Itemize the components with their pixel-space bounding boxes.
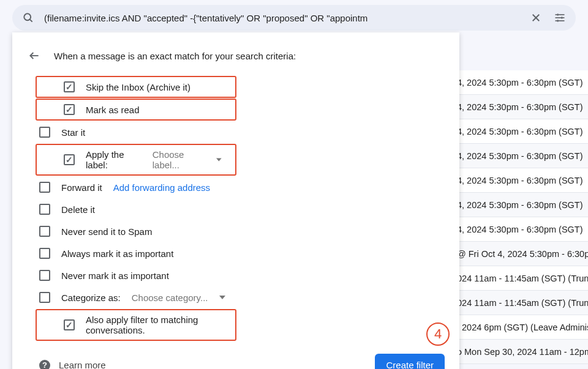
svg-line-1 <box>30 20 32 22</box>
checkbox-categorize[interactable] <box>39 292 50 303</box>
option-also-apply[interactable]: Also apply filter to matching conversati… <box>36 309 236 341</box>
label-apply-label: Apply the label: <box>86 149 141 170</box>
panel-header: When a message is an exact match for you… <box>12 47 459 75</box>
search-bar <box>12 5 576 31</box>
dropdown-choose-category[interactable]: Choose category... <box>132 293 225 303</box>
chevron-down-icon <box>219 296 225 299</box>
checkbox-skip-inbox[interactable] <box>64 81 75 92</box>
label-forward: Forward it <box>61 182 102 193</box>
svg-marker-11 <box>216 158 222 161</box>
checkbox-also-apply[interactable] <box>64 319 75 330</box>
list-item[interactable]: 024 11am - 11:45am (SGT) (Trung <box>453 291 588 315</box>
svg-marker-12 <box>219 296 225 299</box>
list-item[interactable]: 4, 2024 5:30pm - 6:30pm (SGT) <box>453 144 588 168</box>
list-item[interactable]: @ Fri Oct 4, 2024 5:30pm - 6:30p <box>453 242 588 266</box>
list-item[interactable]: ɔ Mon Sep 30, 2024 11am - 12pm <box>453 340 588 364</box>
checkbox-never-spam[interactable] <box>39 226 50 237</box>
chevron-down-icon <box>216 158 222 162</box>
clear-search-icon[interactable] <box>528 10 544 26</box>
option-skip-inbox[interactable]: Skip the Inbox (Archive it) <box>36 76 236 98</box>
checkbox-apply-label[interactable] <box>64 154 75 165</box>
search-options-icon[interactable] <box>551 9 568 26</box>
help-icon[interactable]: ? <box>39 360 50 370</box>
list-item[interactable]: 4, 2024 5:30pm - 6:30pm (SGT) <box>453 168 588 193</box>
label-star: Star it <box>61 127 85 138</box>
dropdown-choose-label[interactable]: Choose label... <box>153 149 222 170</box>
panel-footer: ? Learn more Create filter <box>12 341 459 369</box>
label-never-spam: Never send it to Spam <box>61 226 152 237</box>
checkbox-always-important[interactable] <box>39 248 50 259</box>
checkbox-delete[interactable] <box>39 204 50 215</box>
panel-title: When a message is an exact match for you… <box>54 51 296 61</box>
option-never-spam[interactable]: Never send it to Spam <box>12 220 459 242</box>
label-mark-read: Mark as read <box>86 105 140 115</box>
checkbox-star[interactable] <box>39 127 50 138</box>
list-item[interactable]: 024 11am - 11:45am (SGT) (Trung <box>453 266 588 291</box>
option-forward[interactable]: Forward it Add forwarding address <box>12 176 459 198</box>
label-delete: Delete it <box>61 204 95 215</box>
search-input[interactable] <box>44 13 521 23</box>
list-item[interactable]: 4, 2024 5:30pm - 6:30pm (SGT) <box>453 95 588 119</box>
checkbox-forward[interactable] <box>39 182 50 193</box>
option-apply-label[interactable]: Apply the label: Choose label... <box>36 144 236 176</box>
label-never-important: Never mark it as important <box>61 270 169 281</box>
filter-panel: When a message is an exact match for you… <box>12 32 459 369</box>
background-message-list: 4, 2024 5:30pm - 6:30pm (SGT) 4, 2024 5:… <box>453 70 588 364</box>
option-star[interactable]: Star it <box>12 121 459 143</box>
option-mark-read[interactable]: Mark as read <box>36 99 236 121</box>
search-icon[interactable] <box>20 9 37 26</box>
list-item[interactable]: 4, 2024 5:30pm - 6:30pm (SGT) <box>453 193 588 217</box>
label-also-apply: Also apply filter to matching conversati… <box>86 315 222 335</box>
step-badge: 4 <box>426 322 450 346</box>
label-categorize: Categorize as: <box>61 293 121 303</box>
list-item[interactable]: 4, 2024 5:30pm - 6:30pm (SGT) <box>453 217 588 242</box>
link-learn-more[interactable]: Learn more <box>59 360 106 369</box>
list-item[interactable]: , 2024 6pm (SGT) (Leave Adminis <box>453 315 588 340</box>
list-item[interactable]: 4, 2024 5:30pm - 6:30pm (SGT) <box>453 119 588 144</box>
checkbox-mark-read[interactable] <box>64 104 75 115</box>
back-arrow-icon[interactable] <box>26 47 43 64</box>
list-item[interactable]: 4, 2024 5:30pm - 6:30pm (SGT) <box>453 70 588 95</box>
svg-point-0 <box>24 13 31 20</box>
label-skip-inbox: Skip the Inbox (Archive it) <box>86 82 190 92</box>
option-never-important[interactable]: Never mark it as important <box>12 264 459 286</box>
option-delete[interactable]: Delete it <box>12 198 459 220</box>
create-filter-button[interactable]: Create filter <box>375 354 445 369</box>
link-add-forwarding[interactable]: Add forwarding address <box>113 182 210 193</box>
option-categorize[interactable]: Categorize as: Choose category... <box>12 286 459 308</box>
option-always-important[interactable]: Always mark it as important <box>12 242 459 264</box>
checkbox-never-important[interactable] <box>39 270 50 281</box>
label-always-important: Always mark it as important <box>61 248 173 259</box>
